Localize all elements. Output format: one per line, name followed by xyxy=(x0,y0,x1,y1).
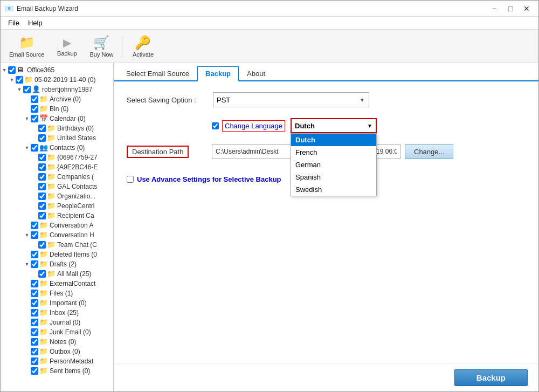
tree-expand-drafts[interactable]: ▼ xyxy=(23,262,31,267)
tree-item-peoplecentric[interactable]: 📁PeopleCentri xyxy=(1,201,113,211)
tree-check-companies[interactable] xyxy=(38,173,46,181)
tree-item-notes[interactable]: 📁Notes (0) xyxy=(1,337,113,347)
tab-about[interactable]: About xyxy=(239,66,273,81)
tree-check-drafts[interactable] xyxy=(31,260,38,268)
tree-item-conversation-h[interactable]: ▼📁Conversation H xyxy=(1,230,113,240)
tree-check-outbox[interactable] xyxy=(31,348,38,355)
tree-check-sent-items[interactable] xyxy=(31,367,38,375)
tree-check-peoplecentric[interactable] xyxy=(38,202,46,210)
tree-check-journal[interactable] xyxy=(31,319,38,326)
tree-check-calendar[interactable] xyxy=(31,115,38,122)
tree-item-junk-email[interactable]: 📁Junk Email (0) xyxy=(1,327,113,337)
tree-check-bin[interactable] xyxy=(31,105,38,113)
saving-option-select[interactable]: PST MSG EML MBOX xyxy=(213,92,369,107)
tree-expand-contacts[interactable]: ▼ xyxy=(23,145,31,150)
tree-check-gal-contacts[interactable] xyxy=(38,183,46,190)
tree-item-outbox[interactable]: 📁Outbox (0) xyxy=(1,347,113,356)
tree-item-calendar[interactable]: ▼📅Calendar (0) xyxy=(1,114,113,123)
window-title: Email Backup Wizard xyxy=(17,5,487,12)
tree-check-recipient-ca[interactable] xyxy=(38,212,46,219)
backup-toolbar-button[interactable]: ▶ Backup xyxy=(51,32,83,61)
lang-option-dutch[interactable]: Dutch xyxy=(291,134,376,146)
tab-backup[interactable]: Backup xyxy=(197,66,239,81)
tree-check-inbox[interactable] xyxy=(31,309,38,317)
tree-check-organizational[interactable] xyxy=(38,192,46,200)
tree-item-bin[interactable]: 📁Bin (0) xyxy=(1,104,113,114)
tree-item-contact2[interactable]: 📁{A9E2BC46-E xyxy=(1,162,113,172)
tree-item-all-mail[interactable]: 📁All Mail (25) xyxy=(1,269,113,279)
tree-check-notes[interactable] xyxy=(31,338,38,346)
tree-item-journal[interactable]: 📁Journal (0) xyxy=(1,318,113,327)
tree-icon-outbox: 📁 xyxy=(39,347,48,356)
minimize-button[interactable]: − xyxy=(487,3,502,15)
tree-check-conversation-a[interactable] xyxy=(31,222,38,229)
menu-file[interactable]: File xyxy=(4,18,24,28)
tree-check-robert[interactable] xyxy=(23,86,31,93)
maximize-button[interactable]: □ xyxy=(503,3,518,15)
tree-check-team-chat[interactable] xyxy=(38,241,46,249)
tree-check-external-contact[interactable] xyxy=(31,280,38,287)
tree-check-date-folder[interactable] xyxy=(16,76,23,84)
tree-item-date-folder[interactable]: ▼📁05-02-2019 11-40 (0) xyxy=(1,75,113,85)
tree-check-united-states[interactable] xyxy=(38,134,46,142)
tree-item-birthdays[interactable]: 📁Birthdays (0) xyxy=(1,123,113,133)
menu-help[interactable]: Help xyxy=(24,18,47,28)
tree-item-archive[interactable]: 📁Archive (0) xyxy=(1,94,113,104)
tree-check-junk-email[interactable] xyxy=(31,328,38,336)
lang-option-swedish[interactable]: Swedish xyxy=(291,183,376,196)
tree-item-team-chat[interactable]: 📁Team Chat (C xyxy=(1,240,113,250)
tree-item-drafts[interactable]: ▼📁Drafts (2) xyxy=(1,259,113,269)
activate-button[interactable]: 🔑 Activate xyxy=(127,32,159,61)
tree-item-companies[interactable]: 📁Companies ( xyxy=(1,172,113,182)
tree-item-office365[interactable]: ▼🖥Office365 xyxy=(1,65,113,75)
tree-check-person-metadata[interactable] xyxy=(31,357,38,365)
tree-item-inbox[interactable]: 📁Inbox (25) xyxy=(1,308,113,318)
tree-expand-office365[interactable]: ▼ xyxy=(1,67,8,73)
tree-check-contact1[interactable] xyxy=(38,154,46,161)
email-source-button[interactable]: 📁 Email Source xyxy=(5,32,49,61)
tree-item-robert[interactable]: ▼👤robertjohnny1987 xyxy=(1,85,113,94)
tree-item-gal-contacts[interactable]: 📁GAL Contacts xyxy=(1,182,113,191)
lang-option-french[interactable]: French xyxy=(291,146,376,159)
tree-check-important[interactable] xyxy=(31,299,38,307)
tree-item-contacts[interactable]: ▼👥Contacts (0) xyxy=(1,143,113,153)
backup-button[interactable]: Backup xyxy=(454,369,528,386)
tab-select-email-source[interactable]: Select Email Source xyxy=(118,66,197,81)
tree-expand-conversation-h[interactable]: ▼ xyxy=(23,232,31,238)
tree-item-person-metadata[interactable]: 📁PersonMetadat xyxy=(1,356,113,366)
language-select[interactable]: Dutch French German Spanish Swedish xyxy=(291,118,377,133)
tree-item-organizational[interactable]: 📁Organizatio... xyxy=(1,191,113,201)
tree-item-important[interactable]: 📁Important (0) xyxy=(1,298,113,308)
tree-check-archive[interactable] xyxy=(31,95,38,103)
tree-expand-calendar[interactable]: ▼ xyxy=(23,116,31,121)
lang-option-spanish[interactable]: Spanish xyxy=(291,171,376,183)
tree-item-united-states[interactable]: 📁United States xyxy=(1,133,113,143)
tree-check-office365[interactable] xyxy=(8,66,16,74)
tree-label-organizational: Organizatio... xyxy=(57,192,95,200)
tree-scroll-area[interactable]: ▼🖥Office365▼📁05-02-2019 11-40 (0)▼👤rober… xyxy=(1,63,113,391)
tree-label-date-folder: 05-02-2019 11-40 (0) xyxy=(34,76,95,84)
close-button[interactable]: ✕ xyxy=(519,3,534,15)
advance-settings-checkbox[interactable] xyxy=(127,176,134,183)
tree-item-recipient-ca[interactable]: 📁Recipient Ca xyxy=(1,211,113,221)
tree-check-contact2[interactable] xyxy=(38,163,46,171)
lang-option-german[interactable]: German xyxy=(291,159,376,171)
tree-item-deleted-items[interactable]: 📁Deleted Items (0 xyxy=(1,250,113,259)
buy-now-button[interactable]: 🛒 Buy Now xyxy=(85,32,118,61)
tree-check-files[interactable] xyxy=(31,290,38,297)
tree-check-deleted-items[interactable] xyxy=(31,251,38,258)
tree-check-all-mail[interactable] xyxy=(38,270,46,278)
tree-item-contact1[interactable]: 📁{06967759-27 xyxy=(1,153,113,162)
tree-expand-robert[interactable]: ▼ xyxy=(16,87,23,92)
change-language-checkbox[interactable] xyxy=(212,122,219,129)
change-button[interactable]: Change... xyxy=(405,144,453,159)
tree-expand-date-folder[interactable]: ▼ xyxy=(8,77,16,82)
tree-check-contacts[interactable] xyxy=(31,144,38,152)
tree-item-sent-items[interactable]: 📁Sent Items (0) xyxy=(1,366,113,376)
tree-check-conversation-h[interactable] xyxy=(31,231,38,239)
tree-item-conversation-a[interactable]: 📁Conversation A xyxy=(1,221,113,230)
tree-item-external-contact[interactable]: 📁ExternalContact xyxy=(1,279,113,288)
tree-check-birthdays[interactable] xyxy=(38,125,46,132)
tree-icon-robert: 👤 xyxy=(32,85,40,94)
tree-item-files[interactable]: 📁Files (1) xyxy=(1,288,113,298)
